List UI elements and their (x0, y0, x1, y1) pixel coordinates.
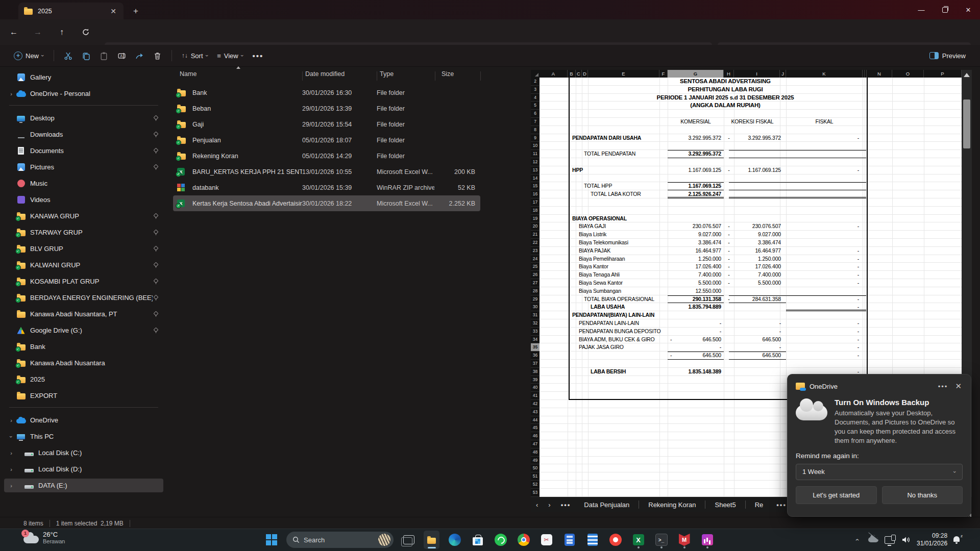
close-button[interactable]: ✕ (957, 0, 980, 19)
file-row[interactable]: Beban29/01/2026 13:39File folder (173, 101, 480, 116)
sidebar-item-starway-grup[interactable]: STARWAY GRUP (4, 226, 163, 239)
tab-close-icon[interactable]: ✕ (107, 7, 119, 15)
taskbar-icon-snipping-tool[interactable]: ✂ (538, 531, 554, 549)
row-header-46[interactable]: 46 (531, 432, 540, 440)
chevron-right-icon[interactable]: › (7, 91, 15, 97)
paste-button[interactable] (95, 48, 113, 63)
sidebar-item-berdaya-energy-enginering-bee-grup[interactable]: BERDAYA ENERGY ENGINERING (BEE) GRUP (4, 291, 163, 305)
sidebar-item-kalwani-grup[interactable]: KALWANI GRUP (4, 258, 163, 272)
row-header-31[interactable]: 31 (531, 311, 540, 319)
chevron-right-icon[interactable]: › (7, 417, 15, 423)
forward-button[interactable]: → (31, 26, 44, 39)
back-button[interactable]: ← (7, 26, 20, 39)
row-header-23[interactable]: 23 (531, 247, 540, 255)
file-row[interactable]: BARU_KERTAS KERJA PPH 21 SENTOSA A...13/… (173, 164, 480, 180)
column-header-O[interactable]: O (892, 70, 924, 78)
column-header-H[interactable]: H (724, 70, 734, 78)
taskbar-search-button[interactable]: Search (286, 532, 394, 548)
file-row[interactable]: Bank30/01/2026 16:30File folder (173, 85, 480, 101)
column-header-J[interactable]: J (780, 70, 786, 78)
row-header-53[interactable]: 53 (531, 489, 540, 497)
file-row[interactable]: Gaji29/01/2026 15:54File folder (173, 116, 480, 132)
sheet-tab-data-penjualan[interactable]: Data Penjualan (576, 501, 638, 509)
row-header-14[interactable]: 14 (531, 174, 540, 183)
row-header-41[interactable]: 41 (531, 392, 540, 400)
sidebar-item-documents[interactable]: Documents (4, 144, 163, 158)
speaker-icon[interactable] (900, 534, 912, 545)
maximize-restore-button[interactable] (933, 0, 957, 19)
file-row[interactable]: Rekening Koran05/01/2026 14:29File folde… (173, 148, 480, 164)
chevron-down-icon[interactable]: › (8, 433, 14, 441)
sheet-nav-left-icon[interactable]: ‹ (531, 501, 543, 509)
sidebar-item-kanawa-abadi-nusantara-pt[interactable]: Kanawa Abadi Nusantara, PT (4, 307, 163, 321)
row-header-33[interactable]: 33 (531, 328, 540, 336)
weather-widget[interactable]: 1 26°C Berawan (23, 531, 65, 544)
up-button[interactable]: ↑ (55, 26, 68, 39)
chevron-right-icon[interactable]: › (7, 450, 15, 456)
delete-button[interactable] (149, 48, 166, 63)
row-header-26[interactable]: 26 (531, 271, 540, 279)
sheet-nav-right-icon[interactable]: › (543, 501, 555, 509)
sheet-tab-rekening-koran[interactable]: Rekening Koran (640, 501, 704, 509)
explorer-tab[interactable]: 2025 ✕ (18, 3, 124, 19)
display-device-icon[interactable] (884, 534, 895, 545)
sidebar-item-local-disk-d-[interactable]: ›Local Disk (D:) (4, 462, 163, 476)
sidebar-item-desktop[interactable]: Desktop (4, 111, 163, 125)
sidebar-item-kanawa-abadi-nusantara[interactable]: Kanawa Abadi Nusantara (4, 356, 163, 370)
file-row[interactable]: Kertas Kerja Sentosa Abadi Advertaising … (173, 195, 480, 211)
row-header-42[interactable]: 42 (531, 400, 540, 408)
select-all-corner[interactable] (531, 70, 540, 78)
taskbar-icon-calculator[interactable] (561, 531, 577, 549)
column-header-date-modified[interactable]: Date modified (305, 70, 380, 82)
row-header-40[interactable]: 40 (531, 384, 540, 392)
scroll-up-icon[interactable] (964, 73, 970, 77)
taskbar-icon-start[interactable] (263, 531, 279, 549)
row-header-43[interactable]: 43 (531, 408, 540, 416)
row-header-8[interactable]: 8 (531, 126, 540, 134)
sort-button[interactable]: ↑↓ Sort › (177, 49, 213, 63)
chevron-right-icon[interactable]: › (7, 483, 15, 489)
column-header-name[interactable]: Name (180, 70, 305, 82)
taskbar-icon-edge[interactable] (447, 531, 462, 549)
no-thanks-button[interactable]: No thanks (882, 486, 963, 504)
row-header-44[interactable]: 44 (531, 416, 540, 424)
column-resize-handle[interactable] (377, 71, 377, 81)
row-header-34[interactable]: 34 (531, 336, 540, 344)
taskbar-icon-mcafee[interactable]: M (676, 531, 692, 549)
taskbar-icon-equalizer-app[interactable] (699, 531, 715, 549)
cut-button[interactable] (59, 48, 77, 63)
column-header-N[interactable]: N (867, 70, 892, 78)
taskbar-icon-excel[interactable]: X (630, 531, 646, 549)
file-row[interactable]: Penjualan05/01/2026 18:07File folder (173, 132, 480, 148)
row-header-13[interactable]: 13 (531, 166, 540, 174)
column-header-I[interactable]: I (734, 70, 780, 78)
column-resize-handle[interactable] (302, 71, 303, 81)
row-header-37[interactable]: 37 (531, 360, 540, 368)
row-header-5[interactable]: 5 (531, 102, 540, 110)
sidebar-item-bank[interactable]: Bank (4, 340, 163, 354)
tray-chevron-up-icon[interactable]: › (851, 534, 863, 545)
row-header-35[interactable]: 35 (531, 343, 540, 352)
sheet-tab-sheet5[interactable]: Sheet5 (706, 501, 744, 509)
sidebar-item-videos[interactable]: Videos (4, 193, 163, 207)
row-header-25[interactable]: 25 (531, 263, 540, 271)
row-header-32[interactable]: 32 (531, 319, 540, 328)
row-header-10[interactable]: 10 (531, 142, 540, 150)
row-header-19[interactable]: 19 (531, 215, 540, 223)
row-header-28[interactable]: 28 (531, 287, 540, 295)
chevron-right-icon[interactable]: › (7, 466, 15, 472)
scrollbar-thumb[interactable] (963, 99, 970, 148)
row-header-29[interactable]: 29 (531, 295, 540, 304)
row-header-11[interactable]: 11 (531, 150, 540, 158)
row-header-24[interactable]: 24 (531, 255, 540, 263)
sheet-tab-re[interactable]: Re (747, 501, 772, 509)
column-header-size[interactable]: Size (437, 70, 478, 82)
sidebar-item-local-disk-c-[interactable]: ›Local Disk (C:) (4, 446, 163, 460)
sidebar-item-gallery[interactable]: Gallery (4, 70, 163, 84)
row-header-27[interactable]: 27 (531, 279, 540, 287)
row-header-6[interactable]: 6 (531, 110, 540, 118)
taskbar-icon-terminal[interactable]: >_ (653, 531, 669, 549)
taskbar-icon-microsoft-store[interactable] (470, 531, 485, 549)
row-header-30[interactable]: 30 (531, 303, 540, 311)
sidebar-item-onedrive[interactable]: ›OneDrive (4, 413, 163, 427)
